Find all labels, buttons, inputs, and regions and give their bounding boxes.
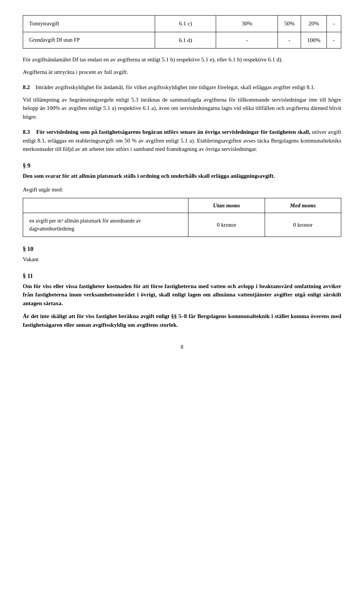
table-row: Grundavgift Df utan FP 6.1 d) - - 100% - [23, 32, 341, 49]
section-11-text-bold: Om för viss eller vissa fastigheter kost… [23, 282, 341, 308]
section-11-body2: Är det inte skäligt att för viss fastigh… [23, 313, 341, 328]
table-header-med-moms: Med moms [265, 198, 341, 213]
page-content: Tomtyteavgift 6.1 c) 30% 50% 20% - Grund… [23, 15, 341, 350]
grundavgift-col4: 100% [301, 32, 326, 49]
section-9-body: Den som svarar för att allmän platsmark … [23, 173, 275, 179]
section-8-3: 8.3 För servisledning som på fastighetsä… [23, 128, 341, 154]
section-11-text2: Är det inte skäligt att för viss fastigh… [23, 312, 341, 329]
section-10: § 10 Vakant [23, 245, 341, 264]
tomtyteavgift-col1: 6.1 c) [155, 16, 216, 32]
para-after-table: För avgiftsändamålet Df tas endast en av… [23, 55, 341, 64]
section-8-2-heading: 8.2 [23, 84, 30, 90]
avgift-row-label: en avgift per m² allmän platsmark för an… [23, 213, 188, 237]
intro-table: Tomtyteavgift 6.1 c) 30% 50% 20% - Grund… [23, 15, 341, 49]
tomtyteavgift-col5: - [326, 16, 341, 32]
grundavgift-col1: 6.1 d) [155, 32, 216, 49]
grundavgift-col3: - [278, 32, 301, 49]
section-8-3-text-bold: För servisledning som på fastighetsägare… [36, 129, 310, 135]
tomtyteavgift-col2: 30% [216, 16, 278, 32]
page-number: 8 [23, 344, 341, 350]
para-vid: Vid tillämpning av begränsningsregeln en… [23, 96, 341, 121]
table-header-empty [23, 198, 188, 213]
section-8-2-body: Inträder avgiftsskyldighet för ändamål, … [36, 84, 315, 90]
tomtyteavgift-label: Tomtyteavgift [23, 16, 155, 32]
section-11-symbol: § 11 [23, 271, 341, 281]
table-row: en avgift per m² allmän platsmark för an… [23, 213, 341, 237]
table-header-utan-moms: Utan moms [188, 198, 265, 213]
grundavgift-col5: - [326, 32, 341, 49]
section-10-symbol: § 10 [23, 245, 341, 254]
avgift-row-utan-moms: 0 kronor [188, 213, 265, 237]
section-11: § 11 Om för viss eller vissa fastigheter… [23, 271, 341, 329]
table-header-row: Utan moms Med moms [23, 198, 341, 213]
section-9-symbol: § 9 [23, 161, 341, 170]
grundavgift-col2: - [216, 32, 278, 49]
para-procent: Avgifterna är uttryckta i procent av ful… [23, 68, 341, 77]
section-11-body: Om för viss eller vissa fastigheter kost… [23, 283, 341, 306]
avgift-utgår-label: Avgift utgår med: [23, 185, 341, 194]
section-10-text: Vakant [23, 255, 341, 264]
avgift-utgår-section: Avgift utgår med: Utan moms Med moms en … [23, 185, 341, 237]
section-8-2: 8.2 Inträder avgiftsskyldighet för ändam… [23, 83, 341, 121]
intro-table-section: Tomtyteavgift 6.1 c) 30% 50% 20% - Grund… [23, 15, 341, 76]
section-8-3-heading: 8.3 [23, 129, 30, 135]
avgift-row-med-moms: 0 kronor [265, 213, 341, 237]
tomtyteavgift-col4: 20% [301, 16, 326, 32]
section-9: § 9 Den som svarar för att allmän platsm… [23, 161, 341, 237]
avgift-table: Utan moms Med moms en avgift per m² allm… [23, 198, 341, 237]
tomtyteavgift-col3: 50% [278, 16, 301, 32]
grundavgift-label: Grundavgift Df utan FP [23, 32, 155, 49]
section-8-3-text: 8.3 För servisledning som på fastighetsä… [23, 128, 341, 154]
section-8-2-text: 8.2 Inträder avgiftsskyldighet för ändam… [23, 83, 341, 92]
section-9-text: Den som svarar för att allmän platsmark … [23, 172, 341, 180]
table-row: Tomtyteavgift 6.1 c) 30% 50% 20% - [23, 16, 341, 32]
